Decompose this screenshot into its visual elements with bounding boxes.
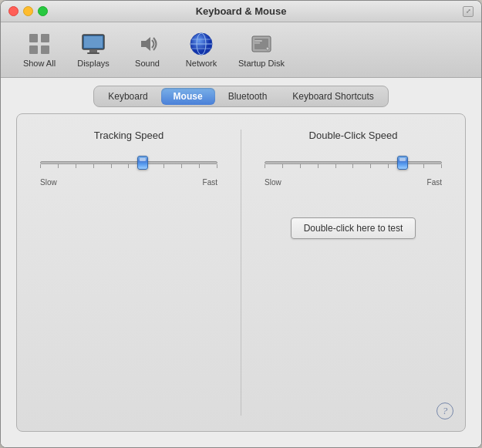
double-click-slow-label: Slow [265,178,281,187]
svg-rect-6 [89,50,97,52]
tick [282,164,283,168]
toolbar-item-displays[interactable]: Displays [70,29,116,71]
tick [217,164,217,168]
toolbar-label-network: Network [186,59,217,68]
double-click-test-button[interactable]: Double-click here to test [291,217,416,239]
panel-double-click-speed: Double-Click Speed [241,130,450,416]
toolbar-item-network[interactable]: Network [178,29,224,71]
tracking-fast-label: Fast [203,178,217,187]
toolbar-item-show-all[interactable]: Show All [16,29,62,71]
double-click-speed-labels: Slow Fast [265,178,442,187]
double-click-speed-ticks [265,164,442,168]
svg-rect-1 [41,34,49,42]
tick [300,164,301,168]
tick [128,164,129,168]
displays-icon [81,32,106,56]
double-click-speed-title: Double-Click Speed [309,130,398,141]
double-click-speed-slider-track [265,157,442,169]
window-buttons [8,6,48,16]
tracking-speed-labels: Slow Fast [40,178,217,187]
tick [76,164,76,168]
tab-keyboard-shortcuts[interactable]: Keyboard Shortcuts [280,88,386,105]
close-button[interactable] [8,6,19,16]
tick [441,164,442,168]
toolbar: Show All Displays [1,22,481,78]
tick [318,164,319,168]
panel-tracking-speed: Tracking Speed [32,130,241,416]
tick [335,164,336,168]
svg-rect-0 [29,34,38,42]
toolbar-label-sound: Sound [135,59,160,68]
tick [199,164,200,168]
tabs: Keyboard Mouse Bluetooth Keyboard Shortc… [93,86,389,107]
toolbar-item-sound[interactable]: Sound [124,29,170,71]
main-content: Keyboard Mouse Bluetooth Keyboard Shortc… [1,78,481,447]
double-click-speed-slider-wrapper: Slow Fast [257,157,450,187]
resize-button[interactable]: ⤢ [463,6,474,17]
tracking-speed-thumb[interactable] [137,156,148,170]
sound-icon [135,32,160,56]
startup-disk-icon [249,32,274,56]
tick [58,164,59,168]
toolbar-label-show-all: Show All [23,59,56,68]
toolbar-label-startup-disk: Startup Disk [238,59,285,68]
network-icon [189,32,214,56]
tick [352,164,353,168]
tick [111,164,112,168]
show-all-icon [27,32,52,56]
double-click-speed-thumb[interactable] [397,156,408,170]
tracking-speed-ticks [40,164,217,168]
tick [181,164,182,168]
content-panel: Tracking Speed [16,113,466,432]
tick [423,164,424,168]
tracking-speed-slider-track [40,157,217,169]
svg-rect-18 [254,42,260,44]
tick [93,164,94,168]
window-title: Keyboard & Mouse [196,5,287,17]
tab-bluetooth[interactable]: Bluetooth [216,88,280,105]
tick [388,164,389,168]
tabs-container: Keyboard Mouse Bluetooth Keyboard Shortc… [16,86,466,107]
minimize-button[interactable] [23,6,33,16]
svg-rect-5 [84,36,103,48]
toolbar-item-startup-disk[interactable]: Startup Disk [232,29,291,71]
tracking-speed-title: Tracking Speed [94,130,164,141]
tracking-speed-slider-wrapper: Slow Fast [32,157,225,187]
tick [163,164,164,168]
svg-rect-2 [29,45,38,54]
svg-rect-7 [87,52,99,54]
tick [40,164,41,168]
maximize-button[interactable] [38,6,48,16]
tick [265,164,265,168]
svg-rect-17 [254,40,262,42]
tick [370,164,371,168]
tracking-slow-label: Slow [40,178,57,187]
svg-point-16 [266,47,269,50]
window: Keyboard & Mouse ⤢ Show All [0,0,482,448]
svg-marker-8 [141,37,150,51]
title-bar: Keyboard & Mouse ⤢ [1,1,481,22]
help-button[interactable]: ? [436,403,453,419]
toolbar-label-displays: Displays [77,59,110,68]
tab-mouse[interactable]: Mouse [161,88,215,105]
tab-keyboard[interactable]: Keyboard [96,88,160,105]
svg-rect-3 [41,45,49,54]
double-click-fast-label: Fast [427,178,442,187]
